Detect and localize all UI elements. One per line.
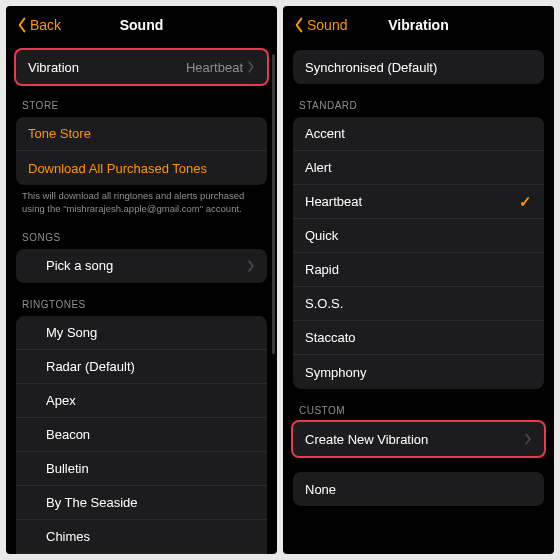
store-group: STORE Tone Store Download All Purchased … (16, 100, 267, 216)
standard-vibration-row[interactable]: Alert (293, 151, 544, 185)
standard-vibration-row[interactable]: Heartbeat✓ (293, 185, 544, 219)
custom-group: CUSTOM Create New Vibration (293, 405, 544, 456)
scroll-area: Synchronised (Default) STANDARD AccentAl… (283, 44, 554, 554)
chevron-left-icon (293, 17, 305, 33)
ringtone-label: Apex (28, 393, 255, 408)
tone-store-label: Tone Store (28, 126, 91, 141)
phone-right: Sound Vibration Synchronised (Default) S… (283, 6, 554, 554)
chevron-right-icon (524, 433, 532, 445)
store-footer: This will download all ringtones and ale… (16, 185, 267, 216)
standard-vibration-label: Heartbeat (305, 194, 519, 209)
tone-store-row[interactable]: Tone Store (16, 117, 267, 151)
vibration-row[interactable]: Vibration Heartbeat (16, 50, 267, 84)
songs-header: SONGS (16, 232, 267, 249)
create-new-label: Create New Vibration (305, 432, 524, 447)
store-header: STORE (16, 100, 267, 117)
standard-vibration-row[interactable]: Accent (293, 117, 544, 151)
ringtone-label: Beacon (28, 427, 255, 442)
ringtone-label: Bulletin (28, 461, 255, 476)
standard-vibration-label: Rapid (305, 262, 532, 277)
chevron-right-icon (247, 260, 255, 272)
scrollbar[interactable] (272, 54, 275, 354)
pick-song-row[interactable]: Pick a song (16, 249, 267, 283)
sync-row[interactable]: Synchronised (Default) (293, 50, 544, 84)
ringtone-row[interactable]: Apex (16, 384, 267, 418)
standard-vibration-label: Accent (305, 126, 532, 141)
standard-vibration-label: S.O.S. (305, 296, 532, 311)
standard-list: AccentAlertHeartbeat✓QuickRapidS.O.S.Sta… (293, 117, 544, 389)
ringtones-group: RINGTONES My SongRadar (Default)ApexBeac… (16, 299, 267, 554)
create-new-vibration-row[interactable]: Create New Vibration (293, 422, 544, 456)
ringtone-row[interactable]: Bulletin (16, 452, 267, 486)
download-all-row[interactable]: Download All Purchased Tones (16, 151, 267, 185)
ringtones-header: RINGTONES (16, 299, 267, 316)
ringtone-row[interactable]: My Song (16, 316, 267, 350)
sync-label: Synchronised (Default) (305, 60, 532, 75)
ringtone-row[interactable]: Beacon (16, 418, 267, 452)
songs-group: SONGS Pick a song (16, 232, 267, 283)
vibration-value: Heartbeat (186, 60, 243, 75)
standard-vibration-row[interactable]: Symphony (293, 355, 544, 389)
download-all-label: Download All Purchased Tones (28, 161, 207, 176)
vibration-label: Vibration (28, 60, 186, 75)
ringtone-label: My Song (28, 325, 255, 340)
back-button[interactable]: Sound (293, 17, 347, 33)
ringtone-label: Chimes (28, 529, 255, 544)
pick-song-label: Pick a song (28, 258, 247, 273)
screenshot-pair: Back Sound Vibration Heartbeat STORE Ton… (0, 0, 560, 560)
nav-bar: Sound Vibration (283, 6, 554, 44)
nav-bar: Back Sound (6, 6, 277, 44)
standard-vibration-row[interactable]: S.O.S. (293, 287, 544, 321)
standard-vibration-row[interactable]: Quick (293, 219, 544, 253)
phone-left: Back Sound Vibration Heartbeat STORE Ton… (6, 6, 277, 554)
ringtone-label: By The Seaside (28, 495, 255, 510)
ringtone-row[interactable]: Radar (Default) (16, 350, 267, 384)
back-label: Back (30, 17, 61, 33)
custom-header: CUSTOM (293, 405, 544, 422)
standard-vibration-label: Alert (305, 160, 532, 175)
standard-header: STANDARD (293, 100, 544, 117)
standard-vibration-label: Staccato (305, 330, 532, 345)
standard-vibration-label: Quick (305, 228, 532, 243)
chevron-left-icon (16, 17, 28, 33)
back-button[interactable]: Back (16, 17, 61, 33)
back-label: Sound (307, 17, 347, 33)
standard-group: STANDARD AccentAlertHeartbeat✓QuickRapid… (293, 100, 544, 389)
standard-vibration-row[interactable]: Staccato (293, 321, 544, 355)
none-group: None (293, 472, 544, 506)
none-row[interactable]: None (293, 472, 544, 506)
standard-vibration-row[interactable]: Rapid (293, 253, 544, 287)
ringtone-label: Radar (Default) (28, 359, 255, 374)
scroll-area: Vibration Heartbeat STORE Tone Store Dow… (6, 44, 277, 554)
ringtone-row[interactable]: By The Seaside (16, 486, 267, 520)
none-label: None (305, 482, 532, 497)
checkmark-icon: ✓ (519, 193, 532, 211)
standard-vibration-label: Symphony (305, 365, 532, 380)
ringtones-list: My SongRadar (Default)ApexBeaconBulletin… (16, 316, 267, 554)
chevron-right-icon (247, 61, 255, 73)
ringtone-row[interactable]: Chimes (16, 520, 267, 554)
